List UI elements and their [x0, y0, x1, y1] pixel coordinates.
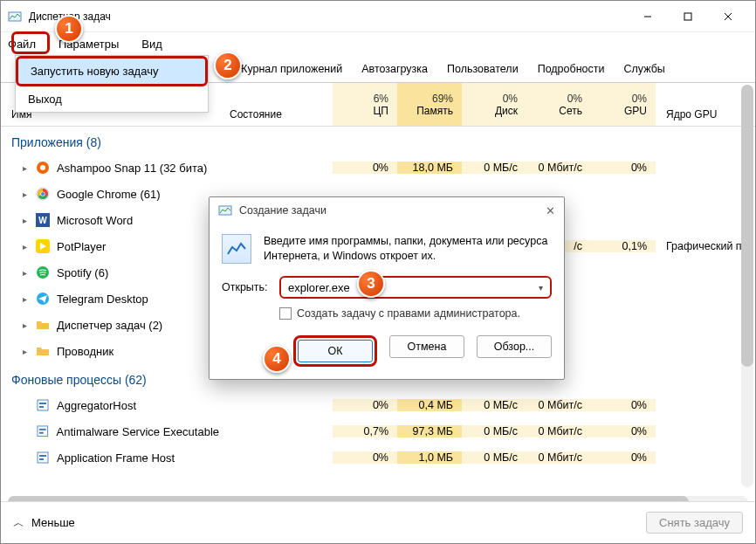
annotation-badge-2: 2 [214, 52, 242, 79]
svg-rect-15 [38, 400, 48, 410]
minimize-button[interactable] [628, 3, 668, 30]
dialog-title: Создание задачи [239, 204, 326, 217]
app-icon [8, 10, 22, 24]
browse-button[interactable]: Обзор... [477, 335, 552, 358]
potplayer-icon [36, 239, 50, 253]
process-icon [36, 398, 50, 412]
telegram-icon [36, 292, 50, 306]
chevron-right-icon[interactable]: ▸ [20, 242, 29, 251]
footer-bar: ︿ Меньше Снять задачу [1, 501, 755, 543]
vertical-scrollbar[interactable] [741, 85, 753, 487]
menu-exit[interactable]: Выход [16, 86, 208, 112]
svg-point-6 [40, 165, 45, 170]
chevron-right-icon[interactable]: ▸ [20, 189, 29, 199]
svg-rect-19 [39, 429, 46, 430]
chevron-down-icon[interactable]: ▾ [539, 283, 543, 293]
file-menu-dropdown: Запустить новую задачу Выход [15, 55, 209, 113]
svg-rect-18 [38, 426, 48, 437]
svg-rect-21 [38, 452, 48, 463]
dialog-description: Введите имя программы, папки, документа … [264, 234, 552, 264]
svg-point-10 [41, 192, 45, 196]
dialog-close-button[interactable]: ✕ [546, 204, 555, 217]
run-dialog: Создание задачи ✕ Введите имя программы,… [209, 196, 565, 380]
svg-marker-11 [40, 243, 46, 250]
ok-button[interactable]: ОК [298, 340, 373, 362]
col-cpu[interactable]: 6% ЦП [333, 83, 397, 126]
tab-startup[interactable]: Автозагрузка [352, 57, 437, 81]
title-bar: Диспетчер задач [1, 1, 755, 32]
chevron-right-icon[interactable]: ▸ [20, 320, 29, 330]
run-icon [222, 234, 251, 264]
open-combobox[interactable]: explorer.exe ▾ [279, 276, 552, 299]
end-task-button[interactable]: Снять задачу [646, 512, 743, 534]
col-memory[interactable]: 69% Память [397, 83, 462, 126]
menu-run-new-task[interactable]: Запустить новую задачу [16, 56, 208, 86]
table-row[interactable]: Application Frame Host 0% 1,0 МБ 0 МБ/с … [1, 444, 755, 471]
tab-services[interactable]: Службы [615, 57, 675, 81]
explorer-folder-icon [36, 344, 50, 358]
tab-users[interactable]: Пользователи [437, 57, 528, 81]
svg-rect-2 [684, 13, 691, 20]
tab-app-history[interactable]: Журнал приложений [228, 57, 352, 81]
spotify-icon [36, 265, 50, 279]
svg-rect-20 [39, 432, 44, 434]
process-icon [36, 451, 50, 465]
col-gpu[interactable]: 0% GPU [591, 83, 656, 126]
process-icon [36, 424, 50, 438]
svg-rect-24 [219, 206, 231, 215]
word-icon: W [36, 213, 50, 227]
group-apps[interactable]: Приложения (8) [1, 127, 755, 155]
open-value: explorer.exe [288, 281, 350, 294]
maximize-button[interactable] [668, 3, 708, 30]
ashampoo-icon [36, 161, 50, 175]
open-label: Открыть: [222, 281, 271, 293]
admin-label: Создать задачу с правами администратора. [297, 307, 520, 320]
menu-view[interactable]: Вид [138, 36, 166, 52]
chevron-right-icon[interactable]: ▸ [20, 268, 29, 278]
close-button[interactable] [708, 3, 748, 30]
col-status[interactable]: Состояние [219, 83, 333, 126]
annotation-badge-1: 1 [55, 15, 83, 43]
svg-rect-16 [39, 403, 46, 404]
table-row[interactable]: AggregatorHost 0% 0,4 МБ 0 МБ/с 0 Мбит/с… [1, 392, 755, 418]
dialog-title-bar: Создание задачи ✕ [210, 197, 564, 224]
col-disk[interactable]: 0% Диск [462, 83, 526, 126]
app-icon [218, 203, 232, 217]
table-row[interactable]: Antimalware Service Executable 0,7% 97,3… [1, 418, 755, 444]
cancel-button[interactable]: Отмена [389, 335, 464, 358]
tab-details[interactable]: Подробности [528, 57, 615, 81]
table-row[interactable]: ▸Ashampoo Snap 11 (32 бита) 0% 18,0 МБ 0… [1, 155, 755, 181]
taskmgr-folder-icon [36, 318, 50, 332]
col-network[interactable]: 0% Сеть [526, 83, 591, 126]
admin-checkbox[interactable] [279, 307, 292, 320]
fewer-details-button[interactable]: ︿ Меньше [13, 515, 75, 531]
col-gpu-engine[interactable]: Ядро GPU [656, 83, 755, 126]
annotation-file-outline [11, 31, 50, 54]
chevron-right-icon[interactable]: ▸ [20, 347, 29, 356]
menu-bar: Файл Параметры Вид [1, 32, 755, 55]
chevron-right-icon[interactable]: ▸ [20, 216, 29, 225]
chrome-icon [36, 187, 50, 201]
annotation-badge-4: 4 [263, 345, 291, 373]
annotation-badge-3: 3 [357, 270, 385, 298]
chevron-up-icon: ︿ [13, 515, 24, 531]
window-title: Диспетчер задач [29, 10, 628, 23]
svg-rect-0 [9, 12, 21, 21]
svg-rect-22 [39, 455, 46, 457]
annotation-ok-outline: ОК [293, 335, 377, 367]
svg-rect-17 [39, 406, 44, 408]
chevron-right-icon[interactable]: ▸ [20, 163, 29, 173]
chevron-right-icon[interactable]: ▸ [20, 294, 29, 304]
svg-rect-23 [39, 458, 44, 460]
